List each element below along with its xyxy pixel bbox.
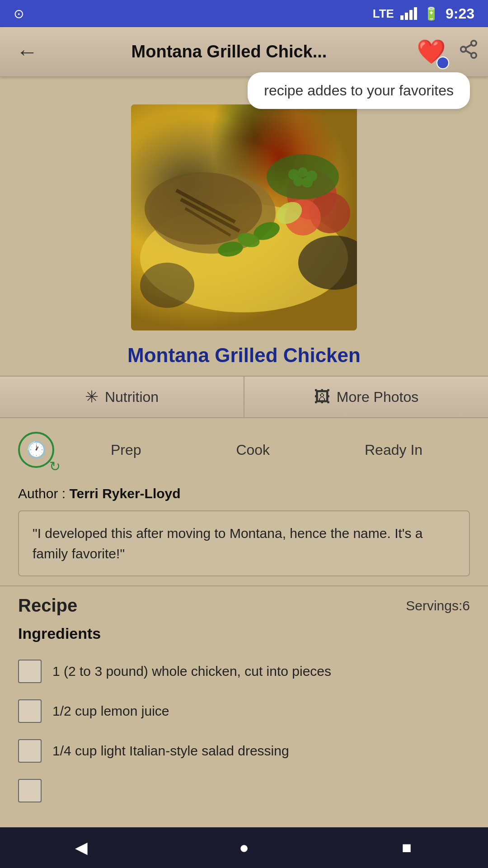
svg-line-4 — [465, 44, 471, 48]
nutrition-icon: ✳ — [85, 387, 99, 406]
recipe-label: Recipe — [18, 595, 77, 616]
ingredients-title: Ingredients — [18, 625, 470, 642]
nav-bar: ← Montana Grilled Chick... ❤️ — [0, 27, 488, 77]
list-item — [18, 771, 470, 811]
list-item: 1/4 cup light Italian-style salad dressi… — [18, 731, 470, 771]
ingredient-checkbox-4[interactable] — [18, 779, 42, 802]
nav-title: Montana Grilled Chick... — [45, 42, 413, 61]
cook-label: Cook — [236, 442, 270, 458]
clock-refresh-arrow: ↻ — [49, 458, 61, 474]
nav-recent-icon: ■ — [402, 838, 412, 857]
ingredients-section: Ingredients 1 (2 to 3 pound) whole chick… — [0, 625, 488, 811]
lte-indicator: LTE — [373, 7, 394, 21]
ingredient-checkbox-1[interactable] — [18, 660, 42, 683]
list-item: 1 (2 to 3 pound) whole chicken, cut into… — [18, 651, 470, 691]
nutrition-button[interactable]: ✳ Nutrition — [0, 377, 244, 417]
author-text: Author : Terri Ryker-Lloyd — [18, 486, 181, 501]
share-button[interactable] — [458, 39, 479, 65]
battery-icon: 🔋 — [423, 6, 439, 21]
ingredient-text-3: 1/4 cup light Italian-style salad dressi… — [52, 743, 289, 759]
back-button[interactable]: ← — [9, 34, 45, 70]
nav-recent-button[interactable]: ■ — [389, 830, 425, 866]
status-bar-left: ⊙ — [14, 6, 24, 21]
nav-home-button[interactable]: ● — [226, 830, 262, 866]
nav-back-button[interactable]: ◀ — [63, 830, 99, 866]
svg-point-25 — [140, 263, 194, 308]
back-arrow-icon: ← — [16, 39, 38, 64]
nav-home-icon: ● — [239, 838, 249, 857]
time-row: 🕐 ↻ Prep Cook Ready In — [0, 423, 488, 477]
author-name: Terri Ryker-Lloyd — [69, 486, 180, 501]
author-section: Author : Terri Ryker-Lloyd — [0, 477, 488, 506]
ingredient-text-2: 1/2 cup lemon juice — [52, 703, 169, 719]
heart-badge — [436, 57, 449, 69]
clock-time: 9:23 — [446, 5, 474, 22]
food-image — [131, 104, 357, 330]
food-image-svg — [131, 104, 357, 330]
signal-bars — [400, 7, 417, 20]
description-text: "I developed this after moving to Montan… — [33, 523, 455, 564]
tooltip-bubble: recipe addes to your favorites — [248, 72, 470, 109]
description-box: "I developed this after moving to Montan… — [18, 510, 470, 576]
nav-actions: ❤️ — [413, 34, 479, 70]
svg-point-19 — [302, 177, 313, 188]
more-photos-button[interactable]: 🖼 More Photos — [244, 377, 488, 417]
clock-face-icon: 🕐 — [26, 440, 47, 459]
action-buttons: ✳ Nutrition 🖼 More Photos — [0, 376, 488, 418]
more-photos-label: More Photos — [337, 389, 418, 406]
ingredient-checkbox-2[interactable] — [18, 699, 42, 723]
recipe-header: Recipe Servings:6 — [0, 586, 488, 625]
svg-point-16 — [298, 167, 308, 177]
status-icons: LTE 🔋 9:23 — [373, 5, 474, 22]
svg-point-18 — [293, 176, 303, 186]
prep-label: Prep — [111, 442, 141, 458]
tooltip-container: recipe addes to your favorites — [0, 72, 488, 109]
nutrition-label: Nutrition — [105, 389, 159, 406]
ready-in-label: Ready In — [365, 442, 422, 458]
ingredient-text-1: 1 (2 to 3 pound) whole chicken, cut into… — [52, 664, 331, 679]
favorite-button[interactable]: ❤️ — [413, 34, 449, 70]
list-item: 1/2 cup lemon juice — [18, 691, 470, 731]
bottom-nav: ◀ ● ■ — [0, 827, 488, 868]
tooltip-text: recipe addes to your favorites — [264, 82, 454, 99]
status-bar: ⊙ LTE 🔋 9:23 — [0, 0, 488, 27]
ingredient-checkbox-3[interactable] — [18, 739, 42, 763]
photos-icon: 🖼 — [314, 387, 330, 406]
author-label: Author : — [18, 486, 69, 501]
nav-back-icon: ◀ — [75, 838, 88, 857]
svg-line-3 — [465, 51, 471, 54]
clock-icon: 🕐 ↻ — [18, 432, 54, 468]
food-image-container — [0, 95, 488, 335]
servings-text: Servings:6 — [406, 598, 470, 613]
recipe-title: Montana Grilled Chicken — [0, 340, 488, 371]
time-labels: Prep Cook Ready In — [63, 442, 470, 458]
